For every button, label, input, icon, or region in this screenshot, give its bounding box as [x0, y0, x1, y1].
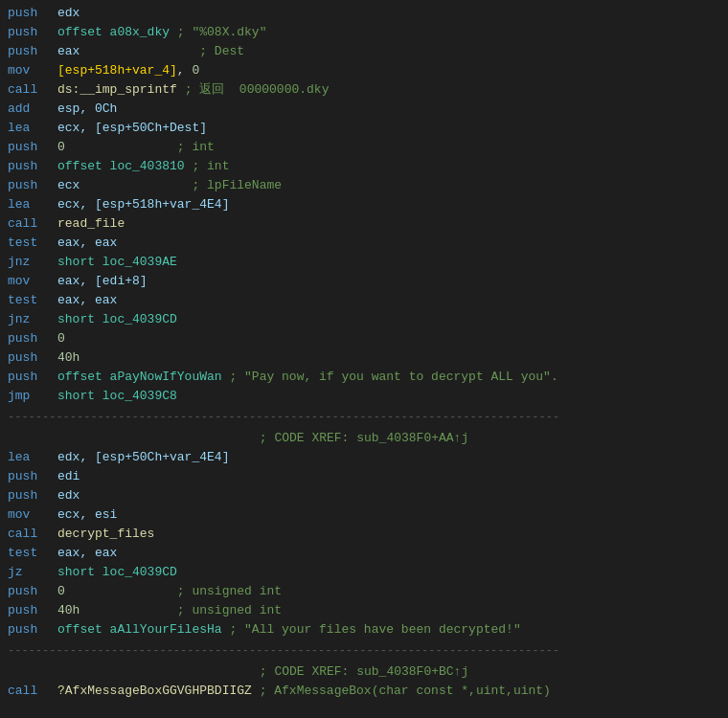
operand-part: edx: [57, 488, 80, 503]
asm-mnemonic: lea: [8, 119, 57, 138]
asm-instruction: pushoffset loc_403810 ; int: [0, 157, 728, 176]
operand-part: ecx, [esp+50Ch+Dest]: [57, 121, 207, 135]
operand-part: eax, eax: [57, 546, 117, 560]
operand-part: ; "%08X.dky": [170, 25, 266, 39]
operand-part: ecx, [esp+518h+var_4E4]: [57, 197, 229, 212]
asm-operands: ecx, esi: [57, 505, 720, 525]
operand-part: 40h: [57, 350, 80, 365]
operand-part: 0: [57, 140, 65, 154]
operand-part: edx: [57, 6, 80, 20]
asm-operands: short loc_4039CD: [57, 310, 720, 329]
asm-operands: edx: [57, 4, 720, 23]
asm-operands: short loc_4039CD: [57, 563, 720, 582]
operand-part: ; int: [65, 140, 215, 154]
asm-instruction: pusheax ; Dest: [0, 42, 728, 61]
operand-part: 0: [57, 331, 65, 346]
asm-operands: [esp+518h+var_4], 0: [57, 61, 720, 80]
asm-instruction: testeax, eax: [0, 234, 728, 253]
operand-part: ; Dest: [80, 44, 244, 58]
separator-line: ----------------------------------------…: [0, 406, 728, 429]
asm-operands: offset aPayNowIfYouWan ; "Pay now, if yo…: [57, 368, 720, 387]
asm-mnemonic: test: [8, 544, 57, 563]
asm-mnemonic: push: [8, 582, 57, 601]
asm-mnemonic: test: [8, 291, 57, 310]
asm-instruction: callread_file: [0, 214, 728, 234]
asm-instruction: pushoffset aAllYourFilesHa ; "All your f…: [0, 620, 728, 639]
operand-part: 0: [57, 584, 65, 598]
asm-instruction: testeax, eax: [0, 291, 728, 310]
operand-part: [esp+518h+var_4]: [57, 63, 177, 78]
asm-operands: ds:__imp_sprintf ; 返回 00000000.dky: [57, 80, 720, 100]
asm-mnemonic: call: [8, 80, 57, 100]
asm-instruction: leaedx, [esp+50Ch+var_4E4]: [0, 448, 728, 467]
asm-operands: eax, eax: [57, 291, 720, 310]
asm-instruction: leaecx, [esp+518h+var_4E4]: [0, 195, 728, 214]
asm-mnemonic: push: [8, 368, 57, 387]
asm-operands: offset a08x_dky ; "%08X.dky": [57, 23, 720, 42]
asm-operands: eax, eax: [57, 234, 720, 253]
asm-operands: ecx, [esp+518h+var_4E4]: [57, 195, 720, 214]
asm-instruction: calldecrypt_files: [0, 525, 728, 544]
operand-part: esp, 0Ch: [57, 101, 117, 116]
operand-part: offset a08x_dky: [57, 25, 170, 39]
asm-mnemonic: lea: [8, 195, 57, 214]
asm-instruction: pushedx: [0, 486, 728, 505]
operand-part: ; AfxMessageBox(char const *,uint,uint): [252, 684, 551, 698]
asm-operands: edx, [esp+50Ch+var_4E4]: [57, 448, 720, 467]
asm-operands: ?AfxMessageBoxGGVGHPBDIIGZ ; AfxMessageB…: [57, 682, 720, 701]
asm-mnemonic: call: [8, 525, 57, 544]
operand-part: eax, [edi+8]: [57, 274, 148, 288]
operand-part: offset loc_403810: [57, 159, 185, 173]
operand-part: ; unsigned int: [80, 603, 282, 617]
asm-instruction: mov[esp+518h+var_4], 0: [0, 61, 728, 80]
operand-part: edi: [57, 469, 80, 483]
operand-part: ; "Pay now, if you want to decrypt ALL y…: [222, 370, 558, 384]
operand-part: ?AfxMessageBoxGGVGHPBDIIGZ: [57, 684, 252, 698]
asm-mnemonic: jnz: [8, 253, 57, 272]
asm-instruction: jnzshort loc_4039CD: [0, 310, 728, 329]
asm-mnemonic: push: [8, 348, 57, 368]
operand-part: ecx: [57, 178, 80, 192]
asm-operands: eax, eax: [57, 544, 720, 563]
operand-part: eax, eax: [57, 236, 117, 250]
asm-instruction: push0: [0, 329, 728, 348]
asm-operands: eax ; Dest: [57, 42, 720, 61]
asm-mnemonic: add: [8, 100, 57, 119]
asm-operands: short loc_4039C8: [57, 387, 720, 406]
asm-operands: eax, [edi+8]: [57, 272, 720, 291]
asm-mnemonic: push: [8, 157, 57, 176]
asm-operands: 40h ; unsigned int: [57, 601, 720, 620]
operand-part: ; unsigned int: [65, 584, 282, 598]
asm-mnemonic: push: [8, 329, 57, 348]
asm-mnemonic: push: [8, 176, 57, 195]
asm-operands: 0 ; unsigned int: [57, 582, 720, 601]
asm-mnemonic: mov: [8, 272, 57, 291]
asm-operands: read_file: [57, 214, 720, 234]
asm-operands: short loc_4039AE: [57, 253, 720, 272]
asm-instruction: push0 ; unsigned int: [0, 582, 728, 601]
operand-part: eax, eax: [57, 293, 117, 307]
asm-instruction: movecx, esi: [0, 505, 728, 525]
asm-mnemonic: push: [8, 486, 57, 505]
operand-part: ; int: [185, 159, 230, 173]
asm-instruction: pushedx: [0, 4, 728, 23]
asm-instruction: testeax, eax: [0, 544, 728, 563]
disassembly-view: pushedxpushoffset a08x_dky ; "%08X.dky"p…: [0, 0, 728, 705]
asm-instruction: pushecx ; lpFileName: [0, 176, 728, 195]
operand-part: decrypt_files: [57, 527, 154, 541]
asm-mnemonic: jnz: [8, 310, 57, 329]
operand-part: short loc_4039CD: [57, 565, 177, 579]
asm-instruction: jmpshort loc_4039C8: [0, 387, 728, 406]
asm-mnemonic: jmp: [8, 387, 57, 406]
operand-part: offset aAllYourFilesHa: [57, 622, 222, 637]
asm-instruction: push40h ; unsigned int: [0, 601, 728, 620]
operand-part: ; "All your files have been decrypted!": [222, 622, 521, 637]
operand-part: short loc_4039AE: [57, 255, 177, 269]
operand-part: 0: [192, 63, 199, 78]
xref-comment: ; CODE XREF: sub_4038F0+AA↑j: [0, 429, 728, 448]
asm-operands: 0 ; int: [57, 138, 720, 157]
xref-comment: ; CODE XREF: sub_4038F0+BC↑j: [0, 662, 728, 682]
asm-instruction: pushoffset a08x_dky ; "%08X.dky": [0, 23, 728, 42]
operand-part: 40h: [57, 603, 80, 617]
operand-part: short loc_4039CD: [57, 312, 177, 326]
